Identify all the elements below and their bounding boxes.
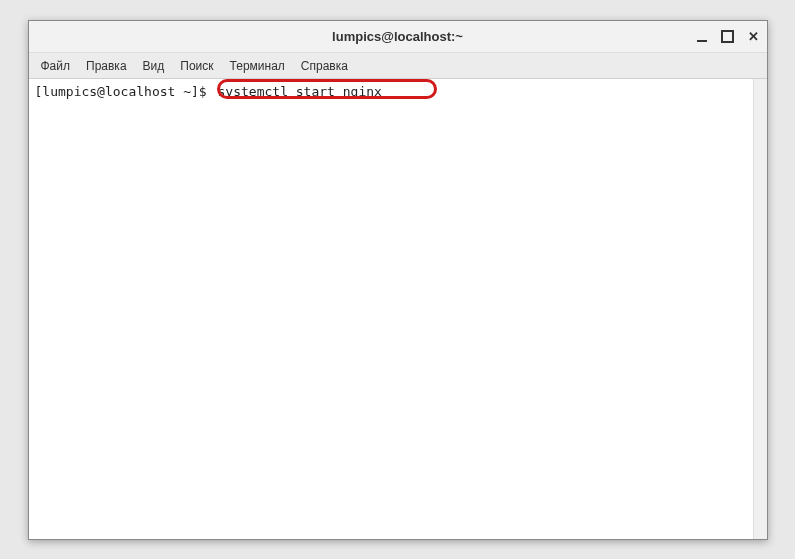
menu-view[interactable]: Вид xyxy=(135,55,173,77)
scrollbar[interactable] xyxy=(753,79,767,539)
terminal-window: lumpics@localhost:~ ✕ Файл Правка Вид По… xyxy=(28,20,768,540)
titlebar: lumpics@localhost:~ ✕ xyxy=(29,21,767,53)
terminal-line: [lumpics@localhost ~]$ systemctl start n… xyxy=(35,83,761,101)
menubar: Файл Правка Вид Поиск Терминал Справка xyxy=(29,53,767,79)
terminal-body[interactable]: [lumpics@localhost ~]$ systemctl start n… xyxy=(29,79,767,539)
menu-edit[interactable]: Правка xyxy=(78,55,135,77)
prompt: [lumpics@localhost ~]$ xyxy=(35,84,215,99)
command-text: systemctl start nginx xyxy=(215,84,385,99)
window-controls: ✕ xyxy=(695,30,761,44)
close-button[interactable]: ✕ xyxy=(747,30,761,44)
menu-file[interactable]: Файл xyxy=(33,55,79,77)
menu-search[interactable]: Поиск xyxy=(172,55,221,77)
minimize-button[interactable] xyxy=(695,30,709,44)
window-title: lumpics@localhost:~ xyxy=(332,29,463,44)
menu-help[interactable]: Справка xyxy=(293,55,356,77)
maximize-button[interactable] xyxy=(721,30,735,44)
menu-terminal[interactable]: Терминал xyxy=(222,55,293,77)
